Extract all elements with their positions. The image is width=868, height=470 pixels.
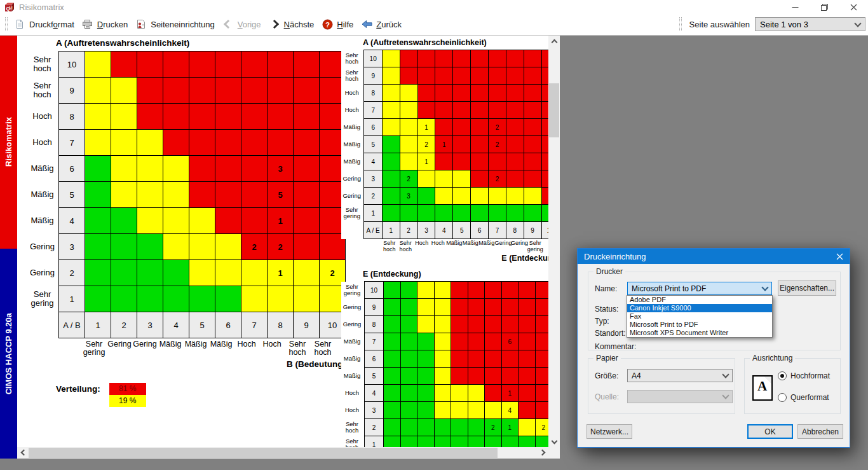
matrix-cell xyxy=(519,282,536,299)
properties-button[interactable]: Eigenschaften... xyxy=(778,280,836,296)
matrix-col-label: Sehr hoch xyxy=(381,240,398,253)
horizontal-scroll-thumb[interactable] xyxy=(29,448,498,458)
matrix-cell xyxy=(451,368,468,385)
matrix-cell xyxy=(189,156,215,182)
paper-group: Papier Größe: A4 Quelle: xyxy=(588,358,735,414)
toolbar-button-zur-ck[interactable]: Zurück xyxy=(361,20,402,29)
matrix-col-label: Gering xyxy=(107,340,132,357)
matrix-cell xyxy=(268,52,294,78)
printer-option[interactable]: Microsoft Print to PDF xyxy=(627,321,772,329)
matrix-cell: 5 xyxy=(268,182,294,208)
paper-size-combobox[interactable]: A4 xyxy=(627,369,733,382)
matrix-cell xyxy=(400,419,417,436)
matrix-row-number: 9 xyxy=(365,299,384,316)
scroll-down-button[interactable] xyxy=(548,436,560,447)
minimize-button[interactable] xyxy=(780,0,810,14)
matrix-row-number: 4 xyxy=(364,153,382,170)
toolbar-button-label: Hilfe xyxy=(337,20,353,29)
matrix-row-label: Sehr hoch xyxy=(341,50,364,67)
portrait-label: Hochformat xyxy=(790,371,830,380)
matrix-row-number: 9 xyxy=(364,67,382,85)
printer-option[interactable]: Microsoft XPS Document Writer xyxy=(627,329,772,337)
matrix-cell xyxy=(471,102,489,119)
matrix-cell xyxy=(294,286,320,312)
back-arrow-icon xyxy=(361,20,372,29)
matrix-cell xyxy=(417,67,435,85)
matrix-cell xyxy=(471,153,489,170)
printer-option[interactable]: Canon Inkjet S9000 xyxy=(627,304,772,312)
matrix-cell xyxy=(189,78,215,104)
matrix-cell xyxy=(215,156,241,182)
toolbar-button-drucken[interactable]: Drucken xyxy=(82,19,128,29)
page-select-value: Seite 1 von 3 xyxy=(760,20,808,29)
printer-option[interactable]: Fax xyxy=(627,312,772,321)
scroll-left-button[interactable] xyxy=(17,447,29,458)
vertical-scroll-thumb[interactable] xyxy=(549,83,559,137)
network-button[interactable]: Netzwerk... xyxy=(587,424,632,439)
sidebar-banner-top-label: Risikomatrix xyxy=(4,117,13,167)
scroll-up-button[interactable] xyxy=(548,36,560,46)
matrix-cell xyxy=(215,234,241,260)
toolbar-button-seiteneinrichtung[interactable]: Seiteneinrichtung xyxy=(135,19,214,29)
matrix-cell xyxy=(382,102,400,119)
matrix-cell xyxy=(506,205,524,222)
toolbar-button-label: Vorige xyxy=(238,20,261,29)
matrix-cell xyxy=(524,188,541,205)
matrix-cell xyxy=(189,260,215,286)
matrix-col-number: 8 xyxy=(268,312,294,338)
matrix-row-number: 10 xyxy=(59,52,85,78)
vertical-scrollbar[interactable] xyxy=(548,36,560,447)
matrix-cell xyxy=(417,188,435,205)
matrix-col-number: 6 xyxy=(215,312,241,338)
matrix-col-label: Gering xyxy=(495,240,512,253)
ok-button[interactable]: OK xyxy=(747,424,793,439)
matrix-cell: 1 xyxy=(268,208,294,234)
paper-source-combobox xyxy=(627,390,733,403)
matrix-cell xyxy=(268,286,294,312)
matrix-row-label: Gering xyxy=(29,260,59,286)
matrix-cell xyxy=(85,78,111,104)
scroll-right-button[interactable] xyxy=(537,447,548,458)
matrix-cell xyxy=(215,182,241,208)
matrix-cell xyxy=(524,170,541,188)
dialog-close-button[interactable] xyxy=(829,249,850,264)
matrix-row-label: Gering xyxy=(341,170,364,188)
matrix-cell xyxy=(268,104,294,130)
matrix-cell xyxy=(400,205,417,222)
matrix-cell xyxy=(189,130,215,156)
toolbar-button-druckformat[interactable]: Druckformat xyxy=(14,19,74,29)
chevron-down-icon xyxy=(854,20,861,27)
matrix-cell xyxy=(471,67,489,85)
paper-source-label: Quelle: xyxy=(595,392,619,401)
matrix-cell xyxy=(111,52,137,78)
toolbar-button-n-chste[interactable]: Nächste xyxy=(269,20,315,29)
printer-name-combobox[interactable]: Microsoft Print to PDF xyxy=(627,282,772,295)
matrix-cell xyxy=(163,130,189,156)
chevron-right-icon xyxy=(539,450,545,456)
toolbar-button-label: Nächste xyxy=(284,20,315,29)
close-button[interactable] xyxy=(839,0,868,14)
matrix-cell xyxy=(111,260,137,286)
cancel-button[interactable]: Abbrechen xyxy=(797,424,843,439)
matrix-cell xyxy=(382,50,400,67)
dialog-titlebar[interactable]: Druckeinrichtung xyxy=(578,249,850,264)
page-select-combobox[interactable]: Seite 1 von 3 xyxy=(755,17,865,31)
matrix-row-label: Mäßig xyxy=(341,153,364,170)
matrix-cell xyxy=(468,402,485,419)
printer-name-label: Name: xyxy=(595,284,617,293)
matrix-cell: 2 xyxy=(489,119,506,136)
toolbar-button-hilfe[interactable]: ?Hilfe xyxy=(322,19,353,30)
matrix-cell xyxy=(434,402,451,419)
portrait-radio[interactable]: Hochformat xyxy=(778,371,830,380)
matrix-cell xyxy=(111,156,137,182)
printer-option[interactable]: Adobe PDF xyxy=(627,296,772,304)
matrix-row-label: Gering xyxy=(341,316,365,333)
matrix-corner-cell: A / E xyxy=(364,222,382,239)
restore-button[interactable] xyxy=(810,0,839,14)
horizontal-scrollbar[interactable] xyxy=(17,447,548,459)
landscape-radio[interactable]: Querformat xyxy=(778,393,829,402)
matrix-cell xyxy=(85,182,111,208)
matrix-col-labels: Sehr hochSehr hochHochHochMäßigMäßigMäßi… xyxy=(341,240,560,253)
matrix-cell xyxy=(501,282,519,299)
matrix-col-number: 6 xyxy=(471,222,489,239)
